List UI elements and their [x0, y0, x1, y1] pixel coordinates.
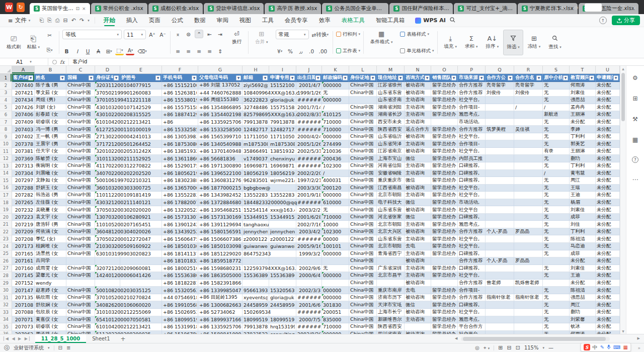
cell[interactable]: 301830 — [322, 301, 349, 309]
cell[interactable]: +86 13439252 — [162, 228, 198, 236]
cell[interactable]: 刘俊伶 — [486, 90, 514, 97]
cell[interactable]: 亮哥留学 — [514, 82, 543, 90]
merge-cells-button[interactable]: ⊞ 合并 ▾ — [252, 30, 272, 46]
column-header[interactable]: U — [596, 66, 620, 73]
cell[interactable]: China中国 — [349, 294, 377, 302]
cell[interactable]: 刘素佳 — [570, 265, 596, 273]
cell[interactable]: hrq153199 — [269, 323, 296, 331]
cell[interactable]: +86 1339985047 — [198, 287, 243, 294]
cell[interactable]: 未分配 — [596, 133, 620, 141]
cell[interactable] — [514, 155, 543, 162]
cell[interactable]: 无 — [543, 155, 570, 162]
cell[interactable] — [269, 221, 296, 228]
document-tab[interactable]: S可过_支付宝+_滴... — [454, 3, 516, 14]
column-header[interactable]: K — [322, 66, 349, 73]
cell[interactable]: 2003/2/2 — [296, 206, 322, 214]
cell[interactable]: 710000 — [322, 126, 349, 133]
cell[interactable]: China中国 — [66, 111, 95, 119]
cell[interactable] — [269, 185, 296, 192]
cell[interactable]: +86 15538019 — [162, 97, 198, 104]
cell[interactable]: 刘素佳 — [570, 90, 596, 97]
help-icon[interactable]: ? — [632, 156, 638, 163]
cell[interactable]: 无 — [543, 199, 570, 207]
cell[interactable]: 合作方推荐 — [458, 126, 486, 133]
cell[interactable]: 被动咨询 — [405, 294, 431, 302]
cell[interactable]: 被动咨询 — [405, 90, 431, 97]
cell[interactable]: 主动咨询 — [405, 111, 431, 119]
clear-format-button[interactable]: ⌫ ▾ — [136, 47, 147, 55]
cell[interactable]: +44 7460762888 — [198, 90, 243, 97]
row-header[interactable]: 19 — [0, 206, 12, 214]
cell[interactable]: +86 18501030 — [162, 243, 198, 250]
cell[interactable] — [486, 214, 514, 221]
cell[interactable]: 山东省临沂 — [377, 133, 405, 141]
cell[interactable]: 留学总经办 — [431, 243, 458, 250]
cell[interactable]: 山东省菏泽 — [377, 140, 405, 148]
cell[interactable]: 135522836 — [243, 192, 269, 199]
header-cell[interactable]: 现住地址▼ — [377, 74, 405, 82]
cell[interactable]: +86 15263810 — [162, 90, 198, 97]
row-header[interactable]: 3 — [0, 90, 12, 97]
cell[interactable]: 未分配 — [596, 170, 620, 178]
cell[interactable]: 主动咨询 — [405, 221, 431, 228]
cell[interactable]: 留学总经办 — [431, 294, 458, 302]
cell[interactable]: 207297 — [12, 177, 35, 185]
cell[interactable]: China中国 — [349, 126, 377, 133]
cell[interactable]: 142401200006041426 — [95, 272, 120, 280]
cell[interactable]: +86 13851932 — [162, 148, 198, 155]
cell[interactable]: China中国 — [66, 162, 95, 170]
cell[interactable]: 青海省西宁 — [377, 250, 405, 258]
cell[interactable]: China中国 — [66, 272, 95, 280]
cell[interactable]: 有录 — [543, 148, 570, 155]
highlight-color-button[interactable]: ⬚▾ — [115, 47, 124, 55]
cell[interactable]: 留学总经办 — [431, 309, 458, 316]
cell[interactable]: China中国 — [66, 228, 95, 236]
cell[interactable] — [486, 309, 514, 316]
cell[interactable]: 110112200109181419 — [95, 192, 120, 199]
cell[interactable]: +86 1971300890 — [198, 162, 243, 170]
cell[interactable]: 无 — [543, 185, 570, 192]
cell[interactable]: 无 — [543, 177, 570, 185]
cell[interactable]: China中国 — [66, 287, 95, 294]
cell[interactable]: 指南针张老 — [514, 294, 543, 302]
cell[interactable]: China中国 — [349, 192, 377, 199]
cell[interactable]: China中国 — [66, 316, 95, 324]
cell[interactable]: 河北省张家 — [377, 214, 405, 221]
cell[interactable]: 无 — [543, 97, 570, 104]
cell[interactable]: 151521001 — [269, 82, 296, 90]
cell[interactable]: +86 18874129 — [162, 111, 198, 119]
cell[interactable]: 340702200202202520 — [95, 170, 120, 178]
cell[interactable]: +86 15320563 — [162, 287, 198, 294]
cell[interactable]: +86 15319918 — [162, 323, 198, 331]
header-cell[interactable]: 申请顾问▼ — [596, 74, 620, 82]
cell[interactable] — [514, 250, 543, 258]
column-header[interactable]: A — [12, 66, 35, 73]
cell[interactable]: 河南省信阳 — [377, 162, 405, 170]
cell[interactable] — [486, 148, 514, 155]
cell[interactable]: 季忆 (女) — [35, 235, 66, 243]
row-header[interactable]: 33 — [0, 309, 12, 316]
cell[interactable]: / — [322, 170, 349, 178]
cell[interactable]: wjrme221@ — [269, 177, 296, 185]
cell[interactable]: 未分配 — [596, 192, 620, 199]
cell[interactable]: 被动咨询 — [405, 133, 431, 141]
menu-tab[interactable]: 插入 — [121, 14, 143, 27]
cell[interactable]: 口碑推荐, — [458, 214, 486, 221]
cell[interactable]: 2002/2/20 — [296, 170, 322, 178]
cell[interactable]: 无 — [543, 235, 570, 243]
cell[interactable]: 合作方推荐 — [458, 82, 486, 90]
cell[interactable]: 2003/4/2 — [296, 228, 322, 236]
cell[interactable]: 新航道 — [543, 111, 570, 119]
cell[interactable]: 610104200212213421 — [95, 323, 120, 331]
header-cell[interactable]: 合作方名▼ — [514, 74, 543, 82]
cell[interactable]: +86 周煜155380 — [198, 97, 243, 104]
cell[interactable]: 2001/9/18 — [296, 192, 322, 199]
cell[interactable]: 被动咨询 — [405, 280, 431, 287]
cell[interactable]: 108409964XXX@163.c — [243, 90, 269, 97]
strikethrough-button[interactable]: A — [94, 47, 103, 55]
cell[interactable]: 被动咨询 — [405, 309, 431, 316]
cell[interactable]: 2001/7/14 — [296, 104, 322, 112]
cell[interactable]: 陈祖清 — [570, 287, 596, 294]
cell[interactable]: 207161 — [12, 257, 35, 265]
cell[interactable]: 何依涵 (女 — [35, 228, 66, 236]
